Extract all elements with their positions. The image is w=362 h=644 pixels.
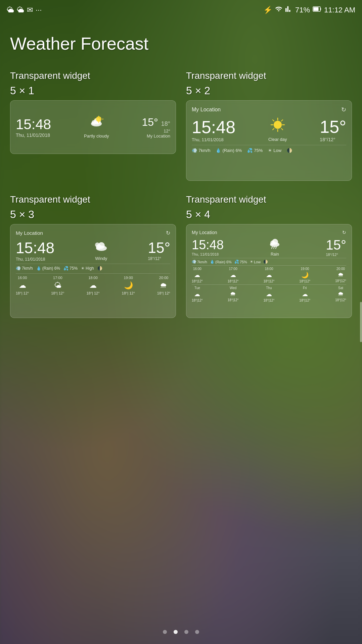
widget-size-5x4: 5 × 4 xyxy=(186,208,352,221)
status-left: 🌥 🌥 ✉ ··· xyxy=(7,6,42,14)
w4-condition: Rain xyxy=(271,252,279,257)
widget-label-5x1: Transparent widget xyxy=(10,70,176,81)
status-right: ⚡ 71% 11:12 AM xyxy=(263,5,355,15)
w3-humidity: 💦 75% xyxy=(63,266,78,271)
page-dot-2[interactable] xyxy=(184,630,188,634)
w4-hour-2: 18:00 ☁ 18°|12° xyxy=(264,267,275,283)
w1-lotemp: 12° xyxy=(142,128,170,133)
widget-size-5x2: 5 × 2 xyxy=(186,85,352,97)
widget-card-5x3[interactable]: My Location ↻ 15:48 Thu, 11/01/2018 xyxy=(10,224,176,318)
w2-header: My Location ↻ xyxy=(192,106,346,113)
w2-weather: Clear day xyxy=(268,117,287,142)
widget-size-5x3: 5 × 3 xyxy=(10,208,176,221)
w4-daily: Tue ☁ 18°|12° Wed 🌧 18°|12° Thu ☁ 18°|12… xyxy=(192,284,346,302)
page-title: Weather Forecast xyxy=(10,34,352,54)
w4-time-section: 15:48 Thu, 11/01/2018 xyxy=(192,238,224,256)
svg-rect-2 xyxy=(314,7,319,11)
w1-weather: Partly cloudy xyxy=(84,116,109,139)
widget-card-5x1[interactable]: 15:48 Thu, 11/01/2018 xyxy=(10,100,176,154)
w3-uv: ☀ High xyxy=(81,266,94,271)
cloud-icon-1: 🌥 xyxy=(7,6,14,14)
w4-temp-section: 15° 18°/12° xyxy=(326,237,347,257)
w3-condition: Windy xyxy=(95,256,107,261)
dots-icon: ··· xyxy=(36,6,42,14)
w1-temp: 15° 18° xyxy=(142,116,170,128)
w4-day-0: Tue ☁ 18°|12° xyxy=(192,286,203,302)
w2-humidity: 💦 75% xyxy=(247,148,263,153)
widget-grid: Transparent widget 5 × 1 15:48 Thu, 11/0… xyxy=(10,70,352,318)
w4-main: 15:48 Thu, 11/01/2018 xyxy=(192,237,346,257)
w1-hitemp: 18° xyxy=(161,120,170,127)
w1-time-section: 15:48 Thu, 11/01/2018 xyxy=(16,116,51,138)
w3-hour-0: 16:00 ☁ 18°| 12° xyxy=(16,276,29,295)
w3-time-section: 15:48 Thu, 11/01/2018 xyxy=(16,239,54,262)
w4-location: My Location xyxy=(192,230,217,235)
w4-hour-3: 19:00 🌙 18°|12° xyxy=(299,267,310,283)
w3-temp-section: 15° 18°/12° xyxy=(148,239,170,261)
w3-hour-4: 20:00 🌧 18°| 12° xyxy=(157,276,170,295)
widget-section-5x4: Transparent widget 5 × 4 My Location ↻ 1… xyxy=(186,194,352,318)
svg-point-5 xyxy=(91,121,102,126)
w3-header: My Location ↻ xyxy=(16,230,170,236)
w1-temp-section: 15° 18° 12° My Location xyxy=(142,116,170,139)
w4-time: 15:48 xyxy=(192,238,224,252)
widget-card-5x2[interactable]: My Location ↻ 15:48 Thu, 11/01/2018 xyxy=(186,100,352,181)
w3-wind: 💨 7km/h xyxy=(16,266,33,271)
w4-hour-0: 16:00 ☁ 18°|12° xyxy=(192,267,203,283)
main-content: Weather Forecast Transparent widget 5 × … xyxy=(0,20,362,644)
w3-main: 15:48 Thu, 11/01/2018 Windy xyxy=(16,239,170,262)
w3-weather-icon xyxy=(93,239,109,256)
battery-icon xyxy=(313,5,321,15)
w3-weather: Windy xyxy=(93,239,109,261)
w2-weather-icon xyxy=(270,117,286,136)
w4-temp: 15° xyxy=(326,237,347,253)
page-dot-1[interactable] xyxy=(174,630,178,634)
w3-date: Thu, 11/01/2018 xyxy=(16,257,54,262)
w3-hour-1: 17:00 🌤 18°| 12° xyxy=(51,276,64,295)
w4-hilo: 18°/12° xyxy=(326,253,347,257)
widget-section-5x1: Transparent widget 5 × 1 15:48 Thu, 11/0… xyxy=(10,70,176,181)
widget-section-5x3: Transparent widget 5 × 3 My Location ↻ 1… xyxy=(10,194,176,318)
w4-day-2: Thu ☁ 18°|12° xyxy=(264,286,275,302)
w2-main: 15:48 Thu, 11/01/2018 xyxy=(192,117,346,142)
scroll-indicator xyxy=(360,302,362,342)
w2-uv: ☀ Low xyxy=(268,148,281,153)
svg-line-29 xyxy=(276,247,276,249)
w2-date: Thu, 11/01/2018 xyxy=(192,137,235,142)
w4-refresh-icon: ↻ xyxy=(342,230,346,235)
w3-hourly: 16:00 ☁ 18°| 12° 17:00 🌤 18°| 12° 18:00 … xyxy=(16,273,170,295)
battery-percent: 71% xyxy=(295,6,310,14)
svg-line-27 xyxy=(272,247,272,249)
w4-day-4: Sat 🌧 18°|12° xyxy=(335,286,346,302)
w2-details: 💨 7km/h 💧 (Rain) 6% 💦 75% ☀ Low xyxy=(192,145,346,153)
w4-day-1: Wed 🌧 18°|12° xyxy=(228,286,239,302)
w2-hilo: 18°/12° xyxy=(320,137,346,142)
page-dot-3[interactable] xyxy=(195,630,199,634)
w2-condition: Clear day xyxy=(268,137,287,142)
svg-line-28 xyxy=(274,247,274,249)
widget-label-5x4: Transparent widget xyxy=(186,194,352,205)
cloud-icon-2: 🌥 xyxy=(17,6,24,14)
w4-hourly: 16:00 ☁ 18°|12° 17:00 ☁ 18°|12° 18:00 ☁ … xyxy=(192,265,346,283)
w4-details: 💨 7km/h 💧 (Rain) 6% 💦 75% ☀ Low xyxy=(192,258,346,264)
w3-temp: 15° xyxy=(148,239,170,256)
svg-point-26 xyxy=(270,242,279,247)
w4-uv: ☀ Low xyxy=(250,260,261,264)
w4-rain: 💧 (Rain) 6% xyxy=(210,260,232,264)
w2-refresh-icon: ↻ xyxy=(341,106,346,113)
w1-date: Thu, 11/01/2018 xyxy=(16,132,51,138)
widget-card-5x4[interactable]: My Location ↻ 15:48 Thu, 11/01/2018 xyxy=(186,224,352,318)
page-dot-0[interactable] xyxy=(163,630,167,634)
w3-refresh-icon: ↻ xyxy=(166,230,170,236)
svg-point-11 xyxy=(274,121,282,129)
svg-line-19 xyxy=(273,128,274,130)
w2-wind: 💨 7km/h xyxy=(192,148,210,153)
w4-weather-icon xyxy=(268,237,282,252)
w1-location: My Location xyxy=(142,133,170,139)
svg-point-6 xyxy=(96,116,101,122)
w2-location: My Location xyxy=(192,107,221,113)
widget-size-5x1: 5 × 1 xyxy=(10,85,176,97)
w1-time: 15:48 xyxy=(16,116,51,132)
status-bar: 🌥 🌥 ✉ ··· ⚡ 71% 11:12 AM xyxy=(0,0,362,20)
w4-weather: Rain xyxy=(268,237,282,257)
